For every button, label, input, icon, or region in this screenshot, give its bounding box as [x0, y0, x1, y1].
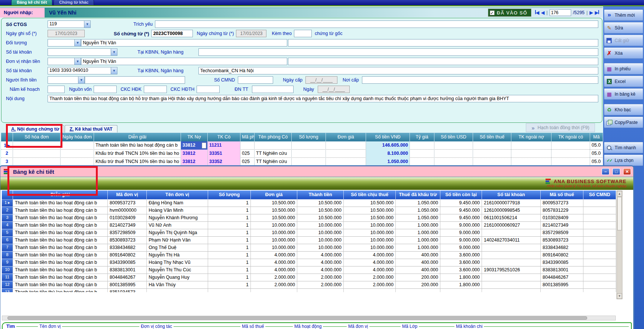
detail-cell[interactable]: 9.450.000 — [440, 214, 482, 222]
sidebar-button[interactable]: ▦In bảng kê — [604, 88, 643, 100]
ckc-hdth-input[interactable] — [197, 86, 220, 93]
grid-cell[interactable] — [61, 158, 94, 166]
detail-cell[interactable]: 3.600.000 — [440, 252, 482, 259]
nav-current-record-input[interactable] — [550, 9, 571, 16]
kbnn1-input[interactable] — [198, 48, 598, 56]
detail-cell[interactable]: Thanh toán tiền thù lao hoạt động cán b — [13, 229, 108, 237]
detail-cell[interactable] — [396, 289, 440, 292]
detail-cell[interactable]: 400.000 — [396, 266, 440, 274]
grid-cell[interactable] — [434, 141, 473, 150]
grid-cell[interactable] — [410, 158, 434, 166]
grid-row-number[interactable]: 2 — [1, 150, 13, 158]
dn-tt-input[interactable] — [252, 86, 294, 93]
grid-cell[interactable]: Thanh toán tiền thù lao hoạt động cán b — [94, 141, 181, 150]
grid-cell[interactable]: 025 — [240, 158, 255, 166]
detail-cell[interactable]: 1.000.000 — [396, 244, 440, 252]
detail-cell[interactable] — [208, 289, 251, 292]
detail-cell[interactable]: 3.600.000 — [440, 266, 482, 274]
grid-row[interactable]: 3Khấu trừ thuế TNCN 10% tiền thù lao ho3… — [1, 158, 603, 166]
grid-cell[interactable] — [255, 141, 292, 150]
detail-row[interactable]: 12Thanh toán tiền thù lao hoạt động cán … — [2, 281, 616, 289]
grid-cell[interactable] — [292, 158, 326, 166]
nguoi-linh-combo[interactable]: ▼ — [48, 76, 85, 84]
detail-cell[interactable]: 1 — [208, 199, 251, 207]
detail-row-number[interactable]: 13 — [2, 289, 13, 292]
don-vi-nhan-extra-input[interactable] — [288, 58, 598, 65]
detail-cell[interactable]: 1 — [208, 214, 251, 222]
window-tab[interactable]: Bảng kê chi tiết — [11, 0, 52, 5]
detail-row[interactable]: 6Thanh toán tiền thù lao hoạt động cán b… — [2, 237, 616, 244]
detail-row-number[interactable]: 5 — [2, 229, 13, 237]
grid-cell[interactable]: Khấu trừ thuế TNCN 10% tiền thù lao ho — [94, 150, 181, 158]
detail-row-number[interactable]: 4 — [2, 222, 13, 229]
detail-cell[interactable] — [251, 289, 297, 292]
grid-cell[interactable]: 025 — [240, 150, 255, 158]
detail-cell[interactable]: 8383813001 — [108, 266, 147, 274]
trich-yeu-input[interactable] — [155, 20, 598, 28]
nguon-von-input[interactable] — [94, 86, 117, 93]
detail-row-number[interactable]: 8 — [2, 252, 13, 259]
grid-cell[interactable] — [473, 141, 511, 150]
detail-cell[interactable]: 1.800.000 — [440, 281, 482, 289]
detail-cell[interactable]: 1.800.000 — [440, 274, 482, 281]
detail-cell[interactable]: 9.450.000 — [440, 207, 482, 214]
tab-ke-khai-thue-vat[interactable]: Z. Kê khai thuế VAT — [65, 125, 117, 132]
detail-row[interactable]: 10Thanh toán tiền thù lao hoạt động cán … — [2, 266, 616, 274]
detail-cell[interactable]: 4.000.000 — [297, 252, 344, 259]
detail-cell[interactable] — [583, 229, 616, 237]
detail-row-number[interactable]: 10 — [2, 266, 13, 274]
detail-cell[interactable]: Phạm Nữ Hạnh Vân — [147, 237, 208, 244]
detail-cell[interactable]: 19031795251026 — [482, 266, 541, 274]
detail-cell[interactable]: 3.600.000 — [440, 259, 482, 266]
detail-row-number[interactable]: 3 — [2, 214, 13, 222]
detail-cell[interactable]: 1.050.000 — [396, 207, 440, 214]
detail-row-number[interactable]: 2 — [2, 207, 13, 214]
detail-row[interactable]: 11Thanh toán tiền thù lao hoạt động cán … — [2, 274, 616, 281]
detail-cell[interactable] — [482, 229, 541, 237]
overlay-title-bar[interactable]: Bảng kê chi tiết ‒ □ ✕ — [0, 166, 633, 177]
doi-tuong-combo[interactable]: ▼ — [48, 39, 81, 47]
detail-cell[interactable]: 8357298509 — [541, 229, 583, 237]
so-tai-khoan1-combo[interactable]: ▼ — [48, 48, 117, 56]
detail-cell[interactable] — [147, 289, 208, 292]
detail-cell[interactable]: 2.000.000 — [251, 281, 297, 289]
grid-cell[interactable] — [61, 141, 94, 150]
detail-cell[interactable]: 1 — [208, 207, 251, 214]
grid-cell[interactable] — [326, 158, 366, 166]
detail-row[interactable]: 2Thanh toán tiền thù lao hoạt động cán b… — [2, 207, 616, 214]
detail-cell[interactable]: 400.000 — [396, 259, 440, 266]
detail-row[interactable]: 8Thanh toán tiền thù lao hoạt động cán b… — [2, 252, 616, 259]
ckc-hdk-input[interactable] — [144, 86, 167, 93]
detail-cell[interactable]: 1.000.000 — [396, 222, 440, 229]
detail-cell[interactable]: 4.000.000 — [344, 266, 396, 274]
scroll-down-icon[interactable]: ▼ — [617, 293, 622, 299]
horizontal-scrollbar[interactable] — [2, 316, 616, 320]
grid-cell[interactable] — [292, 150, 326, 158]
hach-toan-dong-thoi-button[interactable]: » Hạch toán đồng thời (F9) — [526, 123, 595, 132]
so-tai-khoan2-combo[interactable]: 1903 3393 049010▼ — [48, 67, 117, 74]
detail-cell[interactable]: 10.500.000 — [251, 199, 297, 207]
grid-cell[interactable] — [292, 141, 326, 150]
sidebar-button[interactable]: Copy/Paste — [604, 116, 643, 128]
detail-cell[interactable]: 200.000 — [396, 281, 440, 289]
grid-cell[interactable]: 05.0 — [590, 150, 603, 158]
detail-cell[interactable]: 10.000.000 — [344, 229, 396, 237]
detail-cell[interactable] — [440, 289, 482, 292]
detail-cell[interactable]: 10.000.000 — [251, 244, 297, 252]
detail-cell[interactable]: 8338434682 — [541, 244, 583, 252]
detail-cell[interactable]: 9.000.000 — [440, 229, 482, 237]
detail-cell[interactable]: Thanh toán tiền thù lao hoạt động cán b — [13, 274, 108, 281]
noi-dung-input[interactable] — [48, 95, 598, 102]
detail-cell[interactable] — [583, 207, 616, 214]
grid-cell[interactable] — [13, 141, 61, 150]
detail-cell[interactable]: 400.000 — [396, 252, 440, 259]
grid-cell[interactable] — [434, 150, 473, 158]
sidebar-button[interactable]: Excel — [604, 76, 643, 87]
close-icon[interactable]: ✕ — [623, 168, 631, 175]
kem-theo-input[interactable] — [294, 30, 312, 37]
detail-cell[interactable]: 21610000077918 — [482, 199, 541, 207]
detail-cell[interactable]: 10.000.000 — [344, 244, 396, 252]
detail-cell[interactable]: 200.000 — [396, 274, 440, 281]
detail-cell[interactable]: Ong Thế Duệ — [147, 244, 208, 252]
detail-cell[interactable]: 10.500.000 — [297, 207, 344, 214]
